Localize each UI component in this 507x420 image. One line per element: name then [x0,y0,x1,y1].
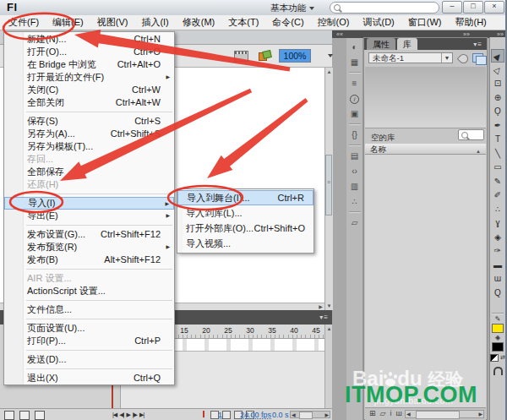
tool-button[interactable]: ✎ [491,175,504,188]
menu-item[interactable]: 导出(E) [4,210,174,222]
tool-button[interactable]: ╲ [491,147,504,161]
playback-button[interactable]: ◀| [119,410,123,419]
onion-skin-button[interactable] [222,411,231,419]
menu-item[interactable] [4,191,174,197]
playback-button[interactable]: ▶ [126,410,129,419]
timeline-scroll-column[interactable]: ▲ [324,325,332,408]
dock-panel-icon[interactable]: ▦ [349,57,361,73]
stage-vertical-scrollbar[interactable]: ▲ ▼ [324,68,333,310]
submenu-item[interactable]: 导入视频... [177,236,313,251]
panel-tab[interactable]: 属性 [367,38,395,50]
dock-panel-icon[interactable]: ▱ [349,217,361,229]
tool-button[interactable]: T [491,133,504,146]
scroll-down-icon[interactable]: ▼ [325,303,333,309]
tool-button[interactable]: Ǫ [491,105,504,118]
current-frame-value[interactable]: 1 [218,411,222,419]
menu-bar-item[interactable]: 视图(V) [90,15,135,30]
menu-item[interactable]: 导入(I) [4,197,174,210]
tool-button[interactable]: ▬ [491,259,504,272]
playback-button[interactable]: ▶| [139,410,144,419]
stage-zoom-input[interactable]: 100% [279,49,311,63]
menu-bar-item[interactable]: 文件(F) [2,15,46,30]
layer-control-button[interactable] [19,411,30,420]
tool-button[interactable]: ▷ [491,63,504,77]
library-action-icon[interactable]: ⊞ [369,409,376,418]
menu-item[interactable]: ActionScript 设置... [4,285,174,297]
dock-panel-icon[interactable]: ▥ [349,181,361,193]
new-library-panel-icon[interactable] [472,53,483,63]
menu-item[interactable] [4,222,174,228]
menu-item[interactable]: 文件信息... [4,303,174,316]
menu-item[interactable]: 新建(N)... Ctrl+N [4,33,174,46]
menu-bar-item[interactable]: 修改(M) [176,15,222,30]
panel-tab[interactable]: 库 [397,38,417,50]
menu-item[interactable]: 保存(S) Ctrl+S [4,115,174,128]
panel-menu-icon[interactable]: ▾≡ [473,41,482,48]
search-input[interactable] [344,3,436,14]
library-document-select[interactable]: 未命名-1 ▼ [368,52,453,63]
menu-bar-item[interactable]: 调试(D) [357,15,401,30]
menu-item[interactable]: 在 Bridge 中浏览 Ctrl+Alt+O [4,58,174,71]
dock-panel-icon[interactable]: ‹› [349,166,361,177]
menu-item[interactable]: 另存为(A)... Ctrl+Shift+S [4,128,174,140]
minimize-button[interactable]: – [442,1,462,14]
menu-item[interactable]: 发布设置(G)... Ctrl+Shift+F12 [4,228,174,241]
library-action-icon[interactable]: ш [395,409,401,418]
menu-item[interactable]: 另存为模板(T)... [4,140,174,153]
tool-button[interactable]: ✒ [491,119,504,133]
library-action-icon[interactable]: i [390,409,391,418]
menu-bar-item[interactable]: 帮助(H) [449,15,493,30]
menu-bar-item[interactable]: 插入(I) [134,15,175,30]
menu-item[interactable]: AIR 设置... [4,272,174,285]
zoom-dropdown-icon[interactable] [328,54,333,57]
close-button[interactable]: × [484,1,504,14]
dock-panel-icon[interactable]: ∴ [349,196,361,212]
tool-button[interactable]: ✐ [491,188,504,202]
menu-item[interactable]: 还原(H) [4,178,174,191]
menu-bar-item[interactable]: 编辑(E) [46,15,90,30]
scroll-right-icon[interactable]: ▶ [317,303,324,310]
tool-button[interactable]: Q [491,286,504,300]
menu-item[interactable]: 全部关闭 Ctrl+Alt+W [4,96,174,109]
menu-item[interactable]: 退出(X) Ctrl+Q [4,372,174,385]
layer-control-button[interactable] [35,411,45,420]
black-white-colors-icon[interactable] [490,354,499,362]
dock-panel-icon[interactable]: ▤ [349,150,361,162]
timeline-horizontal-scrollbar[interactable]: ◀▶ [290,411,330,418]
fill-color-swatch[interactable] [492,342,504,352]
search-box[interactable] [330,2,439,14]
tool-button[interactable]: ▭ [491,161,504,174]
tool-button[interactable]: ∴ [491,203,504,216]
playback-button[interactable]: |▶ [133,410,137,419]
library-search-box[interactable] [458,129,484,140]
menu-bar-item[interactable]: 命令(C) [265,15,310,30]
scroll-up-icon[interactable]: ▲ [325,68,333,75]
dock-panel-icon[interactable]: ≡ [349,78,361,90]
menu-item[interactable]: 页面设置(U)... [4,322,174,335]
menu-bar-item[interactable]: 控制(O) [311,15,357,30]
scrollbar-thumb[interactable] [325,155,332,215]
edit-symbol-icon[interactable] [259,51,270,60]
stroke-color-swatch[interactable] [492,324,504,333]
menu-item[interactable] [4,316,174,322]
playback-button[interactable]: |◀ [112,410,117,419]
tool-button[interactable]: ɯ [491,272,504,286]
snap-to-objects-icon[interactable] [493,367,503,375]
submenu-item[interactable]: 打开外部库(O)... Ctrl+Shift+O [177,221,313,236]
menu-item[interactable] [4,347,174,353]
menu-item[interactable]: 发送(D)... [4,353,174,366]
menu-item[interactable]: 打开最近的文件(F) [4,71,174,84]
pin-library-icon[interactable] [457,52,471,66]
menu-item[interactable]: 打开(O)... Ctrl+O [4,46,174,58]
tool-button[interactable]: ⊡ [491,77,504,90]
submenu-item[interactable]: 导入到舞台(I)... Ctrl+R [177,190,313,205]
menu-item[interactable]: 发布预览(R) [4,241,174,254]
library-horizontal-scrollbar[interactable]: ◀▶ [405,410,484,418]
menu-item[interactable]: 打印(P)... Ctrl+P [4,335,174,347]
menu-item[interactable]: 全部保存 [4,166,174,178]
scrollbar-thumb[interactable] [416,411,460,419]
collapse-panels-icon[interactable]: «« [336,30,343,38]
workspace-switcher-button[interactable]: 基本功能 [270,3,314,14]
tool-button[interactable]: ⊕ [491,91,504,105]
tool-button[interactable]: ✑ [491,244,504,258]
